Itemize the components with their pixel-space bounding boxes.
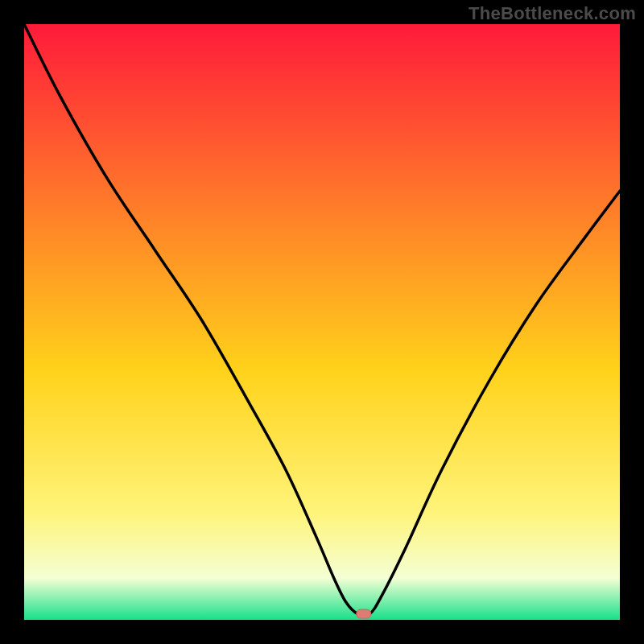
chart-svg bbox=[24, 24, 620, 620]
watermark-text: TheBottleneck.com bbox=[469, 3, 636, 24]
plot-area bbox=[24, 24, 620, 620]
optimal-point-marker bbox=[357, 609, 371, 618]
gradient-background bbox=[24, 24, 620, 620]
chart-frame: TheBottleneck.com bbox=[0, 0, 644, 644]
